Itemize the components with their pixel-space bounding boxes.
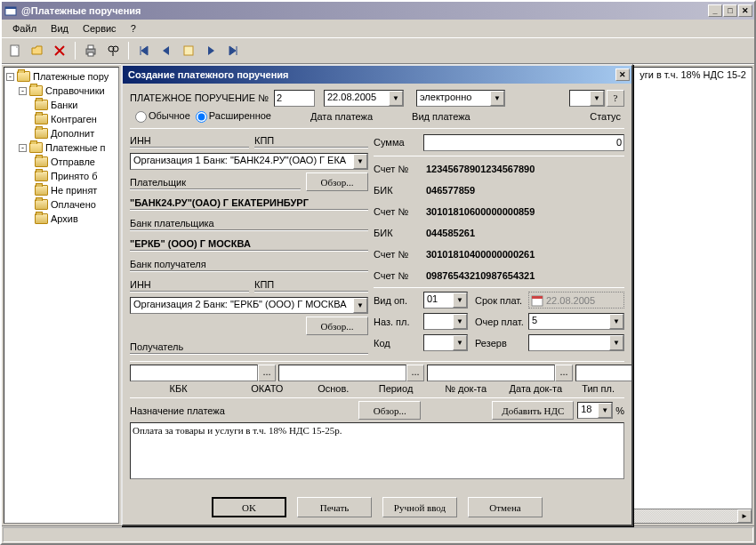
vid-op-label: Вид оп. [374,295,423,306]
osnov-input[interactable] [427,365,555,381]
folder-icon [35,185,48,196]
tree-payments[interactable]: Платежные п [45,142,106,153]
tool-next[interactable] [201,41,221,60]
tree-toggle[interactable]: - [19,87,27,95]
folder-icon [35,156,48,167]
chevron-down-icon[interactable]: ▼ [353,154,367,169]
chevron-down-icon[interactable]: ▼ [490,91,504,106]
chevron-down-icon[interactable]: ▼ [453,335,467,350]
help-button[interactable]: ? [607,90,624,107]
tool-new[interactable] [5,41,25,60]
chevron-down-icon[interactable]: ▼ [609,335,623,350]
chevron-down-icon[interactable]: ▼ [389,91,403,106]
recipient-label: Получатель [130,341,183,352]
ocher-select[interactable]: 5▼ [528,313,624,330]
chevron-down-icon[interactable]: ▼ [598,403,612,418]
folder-icon [35,128,48,139]
tool-prev[interactable] [157,41,176,60]
chevron-down-icon[interactable]: ▼ [353,298,367,313]
osnov-browse[interactable]: ... [555,365,573,381]
dialog-titlebar: Создание платежного поручения ✕ [123,66,631,84]
browse-purpose-button[interactable]: Обзор... [358,401,421,420]
mode-normal-radio[interactable]: Обычное [130,110,190,123]
chevron-down-icon[interactable]: ▼ [453,314,467,329]
payment-date-picker[interactable]: 22.08.2005▼ [324,90,404,107]
add-vat-button[interactable]: Добавить НДС [492,401,574,420]
payment-number-input[interactable] [274,90,315,107]
cancel-button[interactable]: Отмена [468,497,543,517]
recipient-bank-label: Банк получателя [130,259,206,269]
folder-icon [35,199,48,210]
tool-print[interactable] [81,41,101,60]
menu-file[interactable]: Файл [5,21,44,36]
tree-counterparties[interactable]: Контраген [51,114,97,124]
sum-label: Сумма [374,137,423,148]
minimize-button[interactable]: _ [708,4,722,17]
browse-payer-button[interactable]: Обзор... [306,172,368,191]
chevron-down-icon[interactable]: ▼ [609,314,623,329]
chevron-down-icon[interactable]: ▼ [453,293,467,308]
tree-directories[interactable]: Справочники [45,85,105,96]
payer-bank-name: "БАНК24.РУ"(ОАО) Г ЕКАТЕРИНБУРГ [130,197,309,208]
org1-select[interactable]: Организация 1 Банк: "БАНК24.РУ"(ОАО) Г Е… [130,153,368,170]
dialog-title: Создание платежного поручения [125,69,615,80]
bik1-label: БИК [374,185,423,196]
vid-op-select[interactable]: 01▼ [423,292,468,309]
vat-pct-select[interactable]: 18▼ [577,402,613,419]
browse-recipient-button[interactable]: Обзор... [306,317,368,335]
sum-input[interactable] [423,134,624,151]
tree-toggle[interactable]: - [6,73,14,81]
menu-help[interactable]: ? [124,21,143,36]
tree-additional[interactable]: Дополнит [51,128,94,139]
ok-button[interactable]: OK [212,497,286,517]
dialog-close-button[interactable]: ✕ [615,68,630,81]
folder-icon [35,213,48,224]
print-button[interactable]: Печать [297,497,372,517]
scroll-right[interactable]: ► [737,509,752,523]
tree-root[interactable]: Платежные пору [33,71,109,82]
tree-view[interactable]: -Платежные пору -Справочники Банки Контр… [4,67,119,524]
manual-button[interactable]: Ручной ввод [382,497,457,517]
naz-pl-select[interactable]: ▼ [423,313,468,330]
status-select[interactable]: ▼ [569,90,605,107]
window-controls: _ □ ✕ [708,4,752,17]
kbk-input[interactable] [130,365,258,381]
mode-extended-radio[interactable]: Расширенное [190,110,271,123]
calendar-icon [531,294,543,307]
tool-delete[interactable] [50,41,69,60]
tree-accepted[interactable]: Принято б [51,171,98,181]
org2-select[interactable]: Организация 2 Банк: "ЕРКБ" (ООО) Г МОСКВ… [130,297,368,314]
maximize-button[interactable]: □ [723,4,737,17]
kod-select[interactable]: ▼ [423,334,468,351]
tool-find[interactable] [103,41,123,60]
chevron-down-icon[interactable]: ▼ [590,91,604,106]
tool-open[interactable] [28,41,47,60]
tool-edit[interactable] [179,41,198,60]
payment-kind-select[interactable]: электронно▼ [416,90,505,107]
tree-banks[interactable]: Банки [51,100,77,110]
tree-rejected[interactable]: Не принят [51,185,97,196]
menu-view[interactable]: Вид [44,21,76,36]
tool-first[interactable] [134,41,154,60]
purpose-label: Назначение платежа [130,405,225,416]
period-input[interactable] [575,365,631,381]
tree-paid[interactable]: Оплачено [51,199,96,210]
tool-last[interactable] [223,41,243,60]
tree-archive[interactable]: Архив [51,213,78,224]
tree-toggle[interactable]: - [19,144,27,152]
tree-sent[interactable]: Отправле [51,156,95,167]
svg-rect-4 [88,45,93,49]
srok-date[interactable]: 22.08.2005 [528,292,624,309]
okato-input[interactable] [278,365,406,381]
acctb1-label: Счет № [374,206,423,217]
folder-icon [35,171,48,181]
purpose-textarea[interactable] [130,422,624,479]
kbk-browse[interactable]: ... [258,365,276,381]
payment-kind-label: Вид платежа [412,111,470,122]
app-icon [4,4,18,18]
okato-browse[interactable]: ... [406,365,424,381]
menu-service[interactable]: Сервис [76,21,124,36]
kpp2-label: КПП [254,279,274,290]
rezerv-select[interactable]: ▼ [528,334,624,351]
close-button[interactable]: ✕ [738,4,752,17]
